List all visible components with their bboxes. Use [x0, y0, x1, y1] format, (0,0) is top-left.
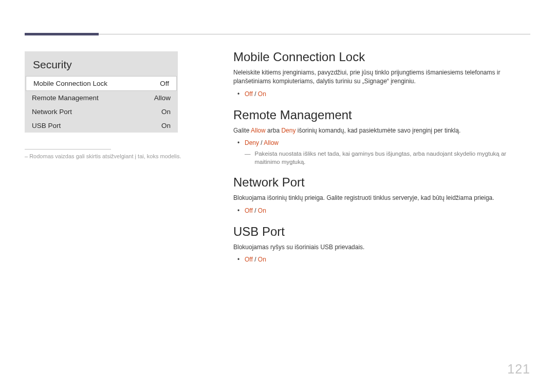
section-description: Blokuojama išorinių tinklų prieiga. Gali…: [233, 194, 530, 202]
menu-item-usb-port[interactable]: USB Port On: [25, 119, 178, 133]
menu-item-value: Allow: [154, 94, 171, 102]
option-item: Off / On: [245, 206, 530, 215]
option-on: On: [258, 90, 266, 98]
option-separator: /: [253, 207, 258, 214]
menu-item-value: On: [161, 108, 171, 116]
option-separator: /: [259, 139, 264, 146]
section-network-port: Network Port Blokuojama išorinių tinklų …: [233, 175, 530, 215]
menu-item-label: Remote Management: [32, 94, 99, 102]
option-list: Off / On: [233, 255, 530, 264]
top-accent-bar: [25, 33, 99, 35]
option-separator: /: [253, 90, 258, 98]
subnote-text: Pakeista nuostata išliks net tada, kai g…: [255, 150, 531, 166]
section-description: Blokuojamas ryšys su išoriniais USB prie…: [233, 243, 530, 252]
option-item: Deny / Allow: [245, 138, 530, 147]
option-list: Deny / Allow: [233, 138, 530, 147]
section-heading: USB Port: [233, 225, 530, 239]
option-off: Off: [245, 207, 253, 214]
text-segment: išorinių komandų, kad pasiektumėte savo …: [295, 127, 460, 134]
option-allow: Allow: [264, 139, 279, 146]
top-divider: [25, 34, 530, 34]
option-list: Off / On: [233, 89, 530, 99]
dash-icon: ―: [245, 150, 251, 166]
section-heading: Mobile Connection Lock: [233, 50, 530, 64]
option-on: On: [258, 207, 266, 214]
short-rule: [25, 149, 111, 150]
text-segment: Galite: [233, 127, 251, 134]
menu-item-value: On: [161, 122, 171, 129]
term-allow: Allow: [251, 127, 266, 134]
menu-item-mobile-connection-lock[interactable]: Mobile Connection Lock Off: [26, 76, 177, 91]
option-on: On: [258, 256, 266, 263]
option-item: Off / On: [245, 255, 530, 264]
option-deny: Deny: [245, 139, 259, 146]
text-segment: arba: [266, 127, 282, 134]
menu-title: Security: [25, 51, 178, 76]
model-footnote: – Rodomas vaizdas gali skirtis atsižvelg…: [25, 153, 205, 159]
section-heading: Remote Management: [233, 108, 530, 122]
section-heading: Network Port: [233, 175, 530, 190]
content-area: Mobile Connection Lock Neleiskite kitiem…: [233, 50, 530, 273]
menu-item-network-port[interactable]: Network Port On: [25, 105, 178, 119]
option-separator: /: [253, 256, 258, 263]
menu-item-label: USB Port: [32, 122, 61, 129]
section-mobile-connection-lock: Mobile Connection Lock Neleiskite kitiem…: [233, 50, 530, 99]
menu-item-remote-management[interactable]: Remote Management Allow: [25, 91, 178, 105]
option-list: Off / On: [233, 206, 530, 215]
menu-item-label: Mobile Connection Lock: [33, 80, 107, 87]
section-usb-port: USB Port Blokuojamas ryšys su išoriniais…: [233, 225, 530, 264]
option-off: Off: [245, 256, 253, 263]
section-description: Galite Allow arba Deny išorinių komandų,…: [233, 126, 530, 135]
subnote: ― Pakeista nuostata išliks net tada, kai…: [233, 150, 530, 166]
section-description: Neleiskite kitiems įrenginiams, pavyzdži…: [233, 68, 530, 86]
term-deny: Deny: [281, 127, 295, 134]
option-item: Off / On: [245, 89, 530, 99]
page-number: 121: [507, 362, 530, 377]
option-off: Off: [245, 90, 253, 98]
menu-item-value: Off: [160, 80, 169, 87]
menu-item-label: Network Port: [32, 108, 72, 116]
section-remote-management: Remote Management Galite Allow arba Deny…: [233, 108, 530, 166]
security-menu-panel: Security Mobile Connection Lock Off Remo…: [25, 51, 178, 133]
